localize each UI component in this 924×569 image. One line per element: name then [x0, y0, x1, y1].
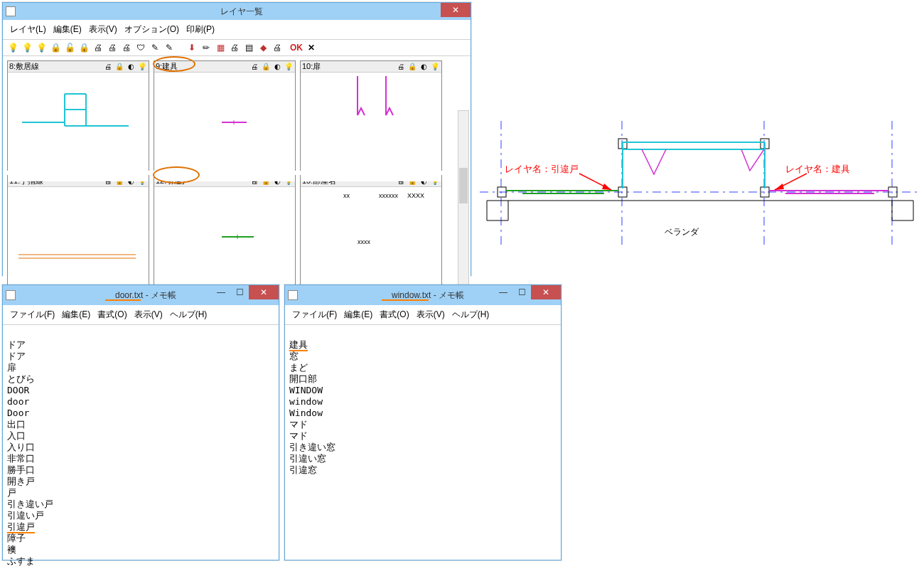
menu-edit[interactable]: 編集(E): [341, 307, 375, 322]
titlebar[interactable]: レイヤ一覧 ✕: [3, 3, 471, 20]
menu-format[interactable]: 書式(O): [95, 307, 129, 322]
layer-preview: [8, 73, 149, 181]
unlock-icon[interactable]: 🔓: [64, 42, 75, 53]
menu-file[interactable]: ファイル(F): [7, 307, 58, 322]
svg-marker-41: [775, 184, 784, 190]
ok-button[interactable]: OK: [290, 43, 303, 53]
menu-view[interactable]: 表示(V): [131, 307, 166, 322]
menu-edit[interactable]: 編集(E): [59, 307, 93, 322]
annotation-label-1: レイヤ名：引違戸: [505, 164, 579, 174]
layer-preview: xx xxxxxx XXXX xxxx: [301, 187, 441, 296]
x-button[interactable]: ✕: [306, 42, 317, 53]
bulb-mix-icon[interactable]: 💡: [36, 42, 47, 53]
app-icon: [6, 290, 16, 300]
mini-globe-icon[interactable]: ◐: [126, 62, 136, 72]
pen-icon[interactable]: ✎: [149, 42, 161, 53]
menu-option[interactable]: オプション(O): [122, 22, 182, 37]
layer-grid: 8:敷居線 🖨 🔒 ◐ 💡: [3, 56, 471, 289]
svg-text:XXXX: XXXX: [407, 192, 424, 199]
menu-file[interactable]: ファイル(F): [289, 307, 340, 322]
window-title: レイヤ一覧: [16, 6, 468, 18]
lock-mix-icon[interactable]: 🔒: [78, 42, 90, 53]
image-icon[interactable]: ▦: [215, 42, 226, 53]
layer-preview: [154, 187, 295, 296]
close-button[interactable]: ✕: [249, 285, 279, 299]
shield-icon[interactable]: 🛡: [135, 42, 146, 53]
layer-list-window: レイヤ一覧 ✕ レイヤ(L) 編集(E) 表示(V) オプション(O) 印刷(P…: [2, 2, 471, 276]
svg-text:xxxxxx: xxxxxx: [379, 192, 399, 199]
mini-lock-icon[interactable]: 🔒: [114, 62, 124, 72]
text-area[interactable]: ドア ドア 扉 とびら DOOR door Door 出口 入口 入り口 非常口…: [3, 325, 279, 569]
mini-bulb-icon[interactable]: 💡: [430, 62, 440, 72]
bulb-off-icon[interactable]: 💡: [21, 42, 33, 53]
down-arrow-icon[interactable]: ⬇: [186, 42, 198, 53]
layer-cell-10[interactable]: 10:扉 🖨 🔒 ◐ 💡: [300, 60, 442, 171]
maximize-button[interactable]: ☐: [512, 285, 531, 299]
text-area[interactable]: 建具 窓 まど 開口部 WINDOW window Window マド マド 引…: [285, 325, 561, 490]
mini-globe-icon[interactable]: ◐: [419, 62, 429, 72]
titlebar[interactable]: window.txt - メモ帳 — ☐ ✕: [285, 285, 561, 305]
layer-cell-9[interactable]: 9:建具 🖨 🔒 ◐ 💡: [154, 60, 296, 171]
eraser-icon[interactable]: ◆: [257, 42, 269, 53]
mini-lock-icon[interactable]: 🔒: [407, 62, 417, 72]
svg-text:xx: xx: [343, 192, 350, 199]
layer-preview: [154, 73, 295, 181]
print3-icon[interactable]: 🖨: [272, 42, 283, 53]
app-icon: [288, 290, 298, 300]
print-mix-icon[interactable]: 🖨: [121, 42, 132, 53]
minimize-button[interactable]: —: [494, 285, 512, 299]
menu-help[interactable]: ヘルプ(H): [449, 307, 493, 322]
scrollbar-thumb[interactable]: [459, 168, 468, 203]
mini-print-icon[interactable]: 🖨: [396, 62, 406, 72]
menu-bar: レイヤ(L) 編集(E) 表示(V) オプション(O) 印刷(P): [3, 20, 471, 40]
layout-icon[interactable]: ▤: [243, 42, 254, 53]
menu-help[interactable]: ヘルプ(H): [167, 307, 210, 322]
pen-alt-icon[interactable]: ✎: [163, 42, 175, 53]
layer-preview: [8, 187, 149, 296]
pencil-icon[interactable]: ✏: [200, 42, 212, 53]
notepad-door: door.txt - メモ帳 — ☐ ✕ ファイル(F) 編集(E) 書式(O)…: [2, 284, 279, 560]
cad-drawing: レイヤ名：引違戸 レイヤ名：建具 ベランダ: [480, 7, 920, 277]
menu-print[interactable]: 印刷(P): [183, 22, 217, 37]
scrollbar[interactable]: [458, 110, 469, 287]
menu-bar: ファイル(F) 編集(E) 書式(O) 表示(V) ヘルプ(H): [285, 305, 561, 325]
layer-label: 8:敷居線: [9, 61, 102, 72]
bulb-on-icon[interactable]: 💡: [7, 42, 18, 53]
titlebar[interactable]: door.txt - メモ帳 — ☐ ✕: [3, 285, 279, 305]
layer-cell-8[interactable]: 8:敷居線 🖨 🔒 ◐ 💡: [7, 60, 149, 171]
svg-marker-39: [602, 184, 611, 190]
printer2-icon[interactable]: 🖨: [229, 42, 240, 53]
menu-layer[interactable]: レイヤ(L): [7, 22, 49, 37]
maximize-button[interactable]: ☐: [230, 285, 249, 299]
cad-text-balcony: ベランダ: [665, 227, 699, 237]
menu-view[interactable]: 表示(V): [86, 22, 120, 37]
mini-print-icon[interactable]: 🖨: [103, 62, 113, 72]
layer-preview: [301, 73, 441, 181]
mini-bulb-icon[interactable]: 💡: [137, 62, 147, 72]
lock-icon[interactable]: 🔒: [50, 42, 61, 53]
annotation-underline: [105, 299, 141, 301]
layer-cell-11[interactable]: 11:手摺線 🖨 🔒 ◐ 💡: [7, 175, 149, 285]
notepad-window: window.txt - メモ帳 — ☐ ✕ ファイル(F) 編集(E) 書式(…: [284, 284, 562, 560]
mini-print-icon[interactable]: 🖨: [249, 62, 259, 72]
menu-edit[interactable]: 編集(E): [50, 22, 85, 37]
annotation-label-2: レイヤ名：建具: [785, 164, 850, 174]
mini-lock-icon[interactable]: 🔒: [261, 62, 271, 72]
print-icon[interactable]: 🖨: [92, 42, 104, 53]
menu-bar: ファイル(F) 編集(E) 書式(O) 表示(V) ヘルプ(H): [3, 305, 279, 325]
app-icon: [6, 6, 16, 16]
layer-label: 10:扉: [302, 61, 394, 72]
mini-bulb-icon[interactable]: 💡: [284, 62, 294, 72]
layer-cell-12[interactable]: 12:引違戸 🖨 🔒 ◐ 💡: [154, 175, 296, 285]
svg-text:xxxx: xxxx: [358, 238, 371, 245]
layer-label: 9:建具: [156, 61, 248, 72]
print-off-icon[interactable]: 🖨: [107, 42, 118, 53]
minimize-button[interactable]: —: [212, 285, 230, 299]
menu-view[interactable]: 表示(V): [414, 307, 448, 322]
menu-format[interactable]: 書式(O): [377, 307, 412, 322]
close-button[interactable]: ✕: [531, 285, 561, 299]
toolbar: 💡 💡 💡 🔒 🔓 🔒 🖨 🖨 🖨 🛡 ✎ ✎ ⬇ ✏ ▦ 🖨 ▤ ◆ 🖨 OK…: [3, 40, 471, 56]
close-button[interactable]: ✕: [441, 3, 471, 17]
layer-cell-13[interactable]: 13:部屋名 🖨 🔒 ◐ 💡 xx xxxxxx XXXX xxxx: [300, 175, 442, 285]
mini-globe-icon[interactable]: ◐: [272, 62, 282, 72]
